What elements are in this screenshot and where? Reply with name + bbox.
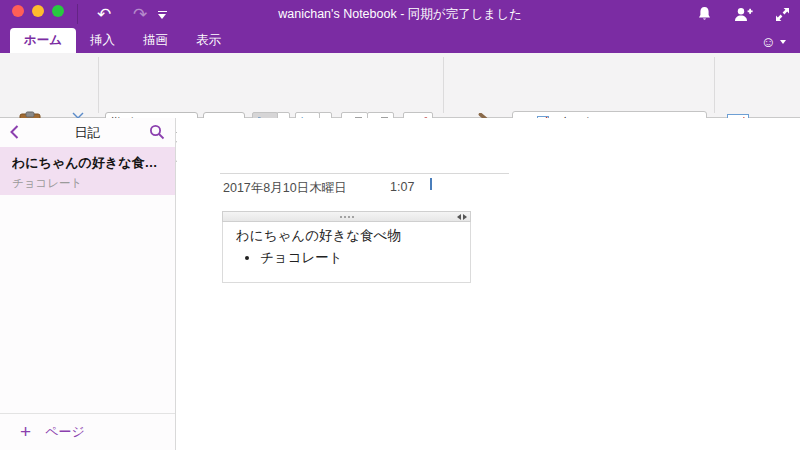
ribbon-tabs: ホーム 挿入 描画 表示 — [10, 28, 235, 53]
tab-insert[interactable]: 挿入 — [76, 28, 129, 53]
quick-access-dropdown-icon[interactable] — [152, 9, 172, 21]
tab-view[interactable]: 表示 — [182, 28, 235, 53]
tab-home[interactable]: ホーム — [10, 28, 76, 53]
group-divider — [98, 57, 99, 113]
page-item-preview: チョコレート — [12, 176, 163, 191]
text-cursor — [430, 178, 432, 190]
tab-draw[interactable]: 描画 — [129, 28, 182, 53]
page-date: 2017年8月10日木曜日 — [223, 180, 347, 197]
smiley-icon: ☺ — [761, 34, 776, 49]
page-list-sidebar: 日記 わにちゃんの好きな食… チョコレート + ページ — [0, 118, 176, 450]
add-page-button[interactable]: + ページ — [0, 413, 175, 450]
window-controls — [12, 5, 64, 17]
note-bullet-list: チョコレート — [260, 249, 470, 267]
group-divider — [443, 57, 444, 113]
share-add-person-icon[interactable] — [734, 7, 753, 22]
page-item-title: わにちゃんの好きな食… — [12, 154, 163, 172]
titlebar-divider — [77, 4, 78, 24]
plus-icon: + — [20, 421, 31, 443]
page-title-underline — [220, 173, 509, 174]
undo-icon[interactable]: ↶ — [90, 0, 118, 28]
add-page-label: ページ — [45, 423, 85, 441]
resize-handles-icon[interactable] — [457, 214, 467, 220]
titlebar-actions — [697, 0, 790, 28]
redo-icon[interactable]: ↷ — [126, 0, 154, 28]
feedback-smiley-button[interactable]: ☺ — [761, 34, 786, 49]
drag-dots-icon — [340, 216, 354, 218]
note-title-text: わにちゃんの好きな食べ物 — [236, 227, 470, 245]
note-container[interactable]: わにちゃんの好きな食べ物 チョコレート — [222, 211, 471, 283]
expand-fullscreen-icon[interactable] — [775, 7, 790, 22]
chevron-down-icon — [780, 40, 786, 44]
title-bar: ↶ ↷ wanichan's Notebook - 同期が完了しました — [0, 0, 800, 53]
page-list-item[interactable]: わにちゃんの好きな食… チョコレート — [0, 147, 175, 195]
search-icon[interactable] — [149, 124, 165, 140]
minimize-window-button[interactable] — [32, 5, 44, 17]
onenote-window: ↶ ↷ wanichan's Notebook - 同期が完了しました — [0, 0, 800, 450]
notifications-bell-icon[interactable] — [697, 6, 712, 22]
note-bullet-item: チョコレート — [260, 249, 470, 267]
close-window-button[interactable] — [12, 5, 24, 17]
sidebar-header: 日記 — [0, 118, 175, 147]
window-title: wanichan's Notebook - 同期が完了しました — [200, 0, 600, 28]
page-time: 1:07 — [390, 180, 414, 194]
note-body[interactable]: わにちゃんの好きな食べ物 チョコレート — [222, 222, 471, 283]
group-divider — [714, 57, 715, 113]
zoom-window-button[interactable] — [52, 5, 64, 17]
ribbon: ペースト 游ゴシック — [0, 53, 800, 118]
note-drag-handle[interactable] — [222, 211, 471, 222]
page-canvas[interactable]: 2017年8月10日木曜日 1:07 わにちゃんの好きな食べ物 チョコレート — [177, 118, 800, 450]
